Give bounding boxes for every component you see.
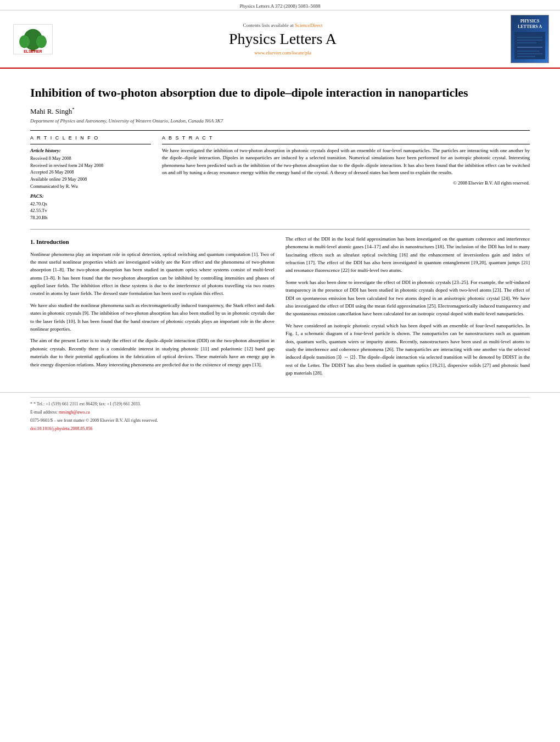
pacs1: 42.70.Qs [30, 200, 151, 208]
body-para-4: The effect of the DDI in the local field… [285, 235, 530, 275]
journal-center-content: Contents lists available at ScienceDirec… [60, 23, 505, 55]
section-divider [30, 229, 530, 230]
author-name: Mahi R. Singh* [30, 107, 530, 116]
history-title: Article history: [30, 148, 151, 153]
body-para-1: Nonlinear phenomena play an important ro… [30, 250, 275, 298]
body-para-2: We have also studied the nonlinear pheno… [30, 302, 275, 333]
issn-text: 0375-9601/$ – see front matter © 2008 El… [30, 418, 158, 423]
info-abstract-row: A R T I C L E I N F O Article history: R… [30, 130, 530, 221]
affiliation: Department of Physics and Astronomy, Uni… [30, 118, 530, 124]
svg-rect-6 [514, 32, 545, 59]
elsevier-logo: ELSEVIER [11, 24, 55, 54]
svg-point-4 [36, 35, 47, 48]
footer-section: * * Tel.: +1 (519) 661 2111 ext 86428; f… [0, 392, 560, 439]
email-label: E-mail address: [30, 410, 58, 415]
science-direct-link: ScienceDirect [295, 23, 322, 28]
journal-cover-thumbnail: PHYSICS LETTERS A [511, 15, 549, 63]
footnote-doi: doi:10.1016/j.physleta.2008.05.056 [30, 426, 530, 432]
journal-top-bar: Physics Letters A 372 (2008) 5083–5088 [0, 0, 560, 10]
body-two-col: 1. Introduction Nonlinear phenomena play… [30, 235, 530, 381]
body-col-right: The effect of the DDI in the local field… [285, 235, 530, 381]
svg-point-3 [19, 35, 30, 48]
abstract-text: We have investigated the inhibition of t… [162, 147, 530, 177]
email-value: mrsingh@uwo.ca [59, 410, 89, 415]
svg-text:ELSEVIER: ELSEVIER [24, 49, 42, 53]
received-date: Received 8 May 2008 [30, 155, 151, 162]
pacs2: 42.55.Tv [30, 207, 151, 214]
footnote-tel: * Tel.: +1 (519) 661 2111 ext 86428; fax… [33, 401, 141, 406]
footnote-issn: 0375-9601/$ – see front matter © 2008 El… [30, 417, 530, 424]
journal-header: ELSEVIER Contents lists available at Sci… [0, 10, 560, 69]
footnote-contact: * * Tel.: +1 (519) 661 2111 ext 86428; f… [30, 401, 530, 408]
revised-date: Received in revised form 24 May 2008 [30, 162, 151, 169]
pacs-title: PACS: [30, 193, 151, 199]
journal-citation: Physics Letters A 372 (2008) 5083–5088 [239, 3, 320, 9]
science-direct-text: Contents lists available at [243, 23, 294, 28]
abstract-header: A B S T R A C T [162, 135, 530, 141]
body-col-left: 1. Introduction Nonlinear phenomena play… [30, 235, 275, 381]
body-para-5: Some work has also been done to investig… [285, 278, 530, 318]
elsevier-logo-image: ELSEVIER [13, 24, 53, 54]
copyright-line: © 2008 Elsevier B.V. All rights reserved… [162, 180, 530, 186]
main-content: Inhibition of two-photon absorption due … [0, 69, 560, 392]
article-info-col: A R T I C L E I N F O Article history: R… [30, 135, 151, 221]
journal-title: Physics Letters A [60, 30, 505, 48]
available-date: Available online 29 May 2008 [30, 176, 151, 183]
journal-url: www.elsevier.com/locate/pla [60, 50, 505, 55]
body-para-6: We have considered an isotropic photonic… [285, 322, 530, 377]
page: Physics Letters A 372 (2008) 5083–5088 E… [0, 0, 560, 742]
doi-link: doi:10.1016/j.physleta.2008.05.056 [30, 426, 93, 431]
accepted-date: Accepted 26 May 2008 [30, 169, 151, 176]
abstract-col: A B S T R A C T We have investigated the… [162, 135, 530, 221]
article-title: Inhibition of two-photon absorption due … [30, 85, 530, 101]
pacs3: 78.20.Bh [30, 214, 151, 221]
communicated-by: Communicated by R. Wu [30, 183, 151, 190]
science-direct-line: Contents lists available at ScienceDirec… [60, 23, 505, 28]
article-info-header: A R T I C L E I N F O [30, 135, 151, 141]
footnote-email: E-mail address: mrsingh@uwo.ca [30, 409, 530, 416]
intro-title: 1. Introduction [30, 237, 275, 247]
pacs-section: PACS: 42.70.Qs 42.55.Tv 78.20.Bh [30, 193, 151, 221]
author-sup: * [72, 107, 75, 112]
body-para-3: The aim of the present Letter is to stud… [30, 337, 275, 369]
journal-cover-title: PHYSICS LETTERS A [513, 19, 546, 29]
